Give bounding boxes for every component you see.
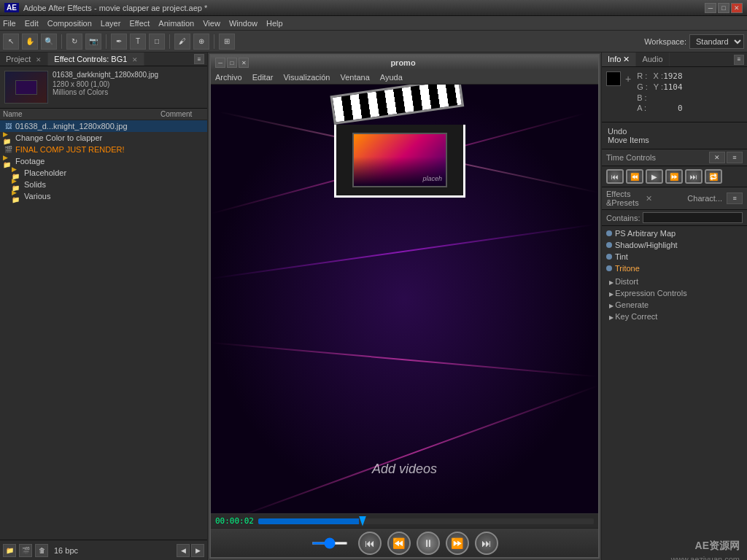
pmenu-archivo[interactable]: Archivo [215, 73, 242, 82]
effect-label-2: Tint [615, 252, 628, 261]
preview-filename: 01638_darkknight_1280x800.jpg [53, 71, 158, 79]
time-slider[interactable] [258, 518, 594, 524]
next-btn[interactable]: ▶ [191, 544, 204, 557]
tc-play[interactable]: ▶ [646, 169, 663, 184]
tab-info[interactable]: Info ✕ [602, 52, 636, 66]
tool-select[interactable]: ↖ [3, 34, 19, 50]
tool-paint[interactable]: 🖌 [174, 34, 190, 50]
transport-goto-end[interactable]: ⏭ [475, 532, 498, 555]
transport-forward[interactable]: ⏩ [446, 532, 469, 555]
info-row-r: R : X : 1928 [637, 71, 682, 81]
a-label: A : [637, 104, 646, 113]
time-controls-header: Time Controls ✕ ≡ [602, 149, 747, 166]
tc-close-btn[interactable]: ≡ [727, 152, 743, 163]
preview-close[interactable]: ✕ [239, 58, 249, 68]
pmenu-editar[interactable]: Editar [252, 73, 274, 82]
tab-effect-controls[interactable]: Effect Controls: BG1 ✕ [48, 52, 144, 66]
preview-content: placeh Add videos [211, 85, 598, 513]
tc-prev-frame[interactable]: ⏮ [606, 169, 624, 184]
cat-keycorrect[interactable]: Key Correct [606, 311, 743, 322]
effect-item-0[interactable]: PS Arbitrary Map [603, 228, 746, 239]
transport-pause[interactable]: ⏸ [417, 532, 440, 555]
x-label: X : [654, 71, 663, 81]
preview-colors: Millions of Colors [53, 88, 158, 96]
new-folder-btn[interactable]: 📁 [3, 544, 16, 557]
effects-close[interactable]: ✕ [646, 194, 685, 203]
preview-minimize[interactable]: ─ [215, 58, 225, 68]
menu-effect[interactable]: Effect [129, 19, 150, 28]
menu-animation[interactable]: Animation [158, 19, 194, 28]
clapper-screen: placeh [352, 133, 447, 187]
pmenu-ventana[interactable]: Ventana [340, 73, 369, 82]
workspace-dropdown[interactable]: Standard [689, 34, 744, 49]
tree-label-4: Placeholder [24, 168, 204, 177]
time-display: 00:00:02 [215, 516, 254, 526]
menu-file[interactable]: File [3, 19, 16, 28]
tree-item-4[interactable]: ▶ 📁 Placeholder [0, 167, 207, 179]
tool-cam[interactable]: 📷 [85, 34, 101, 50]
tree-label-6: Various [24, 192, 204, 201]
tree-item-6[interactable]: ▶ 📁 Various [0, 190, 207, 202]
info-panel-menu[interactable]: ≡ [734, 55, 744, 65]
project-tabs: Project ✕ Effect Controls: BG1 ✕ ≡ [0, 52, 207, 66]
tab-project[interactable]: Project ✕ [0, 52, 48, 66]
prev-btn[interactable]: ◀ [177, 544, 190, 557]
menu-window[interactable]: Window [229, 19, 258, 28]
tc-loop[interactable]: 🔁 [705, 169, 722, 184]
menu-layer[interactable]: Layer [101, 19, 121, 28]
char-label[interactable]: Charact... [687, 194, 727, 203]
delete-btn[interactable]: 🗑 [35, 544, 48, 557]
title-bar: AE Adobe After Effects - movie clapper a… [0, 0, 747, 16]
transport-rewind[interactable]: ⏪ [387, 532, 411, 555]
effects-menu-btn[interactable]: ≡ [727, 192, 743, 204]
tc-forward[interactable]: ⏩ [665, 169, 683, 184]
tool-shape[interactable]: □ [149, 34, 165, 50]
effect-item-1[interactable]: Shadow/Highlight [603, 239, 746, 251]
effect-dot-0 [606, 230, 612, 236]
time-controls-body: ⏮ ⏪ ▶ ⏩ ⏭ 🔁 [602, 166, 747, 187]
minimize-button[interactable]: ─ [705, 3, 716, 13]
tc-menu-btn[interactable]: ✕ [709, 152, 725, 163]
tool-text[interactable]: T [130, 34, 146, 50]
close-button[interactable]: ✕ [731, 3, 743, 13]
menu-view[interactable]: View [203, 19, 220, 28]
tree-item-0[interactable]: 🖼 01638_d...knight_1280x800.jpg [0, 120, 207, 132]
cat-expression[interactable]: Expression Controls [606, 287, 743, 299]
tool-hand[interactable]: ✋ [22, 34, 38, 50]
preview-maximize[interactable]: □ [227, 58, 237, 68]
tree-item-2[interactable]: 🎬 FINAL COMP JUST RENDER! [0, 144, 207, 155]
menu-edit[interactable]: Edit [25, 19, 39, 28]
y-label: Y : [654, 82, 663, 92]
tool-rotate[interactable]: ↻ [66, 34, 82, 50]
effects-list: PS Arbitrary Map Shadow/Highlight Tint T… [602, 226, 747, 560]
new-comp-btn[interactable]: 🎬 [19, 544, 32, 557]
tc-next-frame[interactable]: ⏭ [685, 169, 703, 184]
effect-item-3[interactable]: Tritone [603, 262, 746, 274]
preview-title: promo [249, 58, 557, 67]
tool-zoom[interactable]: 🔍 [41, 34, 57, 50]
effect-item-2[interactable]: Tint [603, 251, 746, 262]
tab-audio[interactable]: Audio [636, 52, 669, 66]
volume-slider[interactable] [311, 542, 348, 545]
pmenu-visualizacion[interactable]: Visualización [283, 73, 330, 82]
menu-help[interactable]: Help [266, 19, 283, 28]
pmenu-ayuda[interactable]: Ayuda [380, 73, 403, 82]
preview-thumbnail [4, 71, 48, 104]
cat-generate[interactable]: Generate [606, 299, 743, 311]
tree-item-3[interactable]: ▶ 📁 Footage [0, 155, 207, 167]
effects-search-input[interactable] [643, 212, 743, 223]
panel-menu-btn[interactable]: ≡ [194, 54, 204, 64]
tool-stamp[interactable]: ⊕ [193, 34, 209, 50]
effect-label-1: Shadow/Highlight [615, 241, 678, 249]
transport-goto-start[interactable]: ⏮ [358, 532, 382, 555]
tc-rewind[interactable]: ⏪ [626, 169, 643, 184]
tree-col-comment: Comment [160, 110, 204, 118]
tree-item-5[interactable]: ▶ 📁 Solids [0, 179, 207, 190]
effects-search-row: Contains: [602, 210, 747, 226]
cat-distort[interactable]: Distort [606, 276, 743, 287]
maximize-button[interactable]: □ [718, 3, 729, 13]
tree-item-1[interactable]: ▶ 📁 Change Color to clapper [0, 132, 207, 144]
menu-composition[interactable]: Composition [47, 19, 92, 28]
tool-puppet[interactable]: ⊞ [219, 34, 235, 50]
tool-pen[interactable]: ✒ [111, 34, 127, 50]
